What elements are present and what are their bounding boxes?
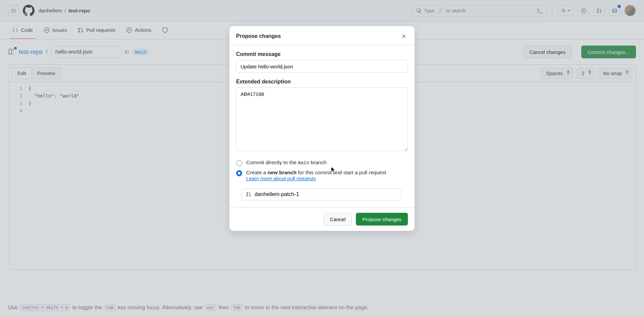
close-icon [401,34,407,39]
branch-name-input-wrap [241,188,402,200]
radio-icon-checked [236,170,242,176]
learn-more-link[interactable]: Learn more about pull requests [246,176,316,181]
modal-body: Commit message Extended description AB#1… [229,45,415,207]
propose-changes-modal: Propose changes Commit message Extended … [229,26,415,231]
modal-cancel-button[interactable]: Cancel [324,213,352,226]
git-pull-request-icon [246,192,251,197]
radio-commit-direct[interactable]: Commit directly to the main branch [236,160,408,166]
extended-description-label: Extended description [236,79,408,85]
modal-header: Propose changes [229,26,415,45]
extended-description-input[interactable]: AB#17168 [236,87,408,151]
radio-icon [236,160,242,166]
modal-title: Propose changes [236,33,281,39]
modal-propose-button[interactable]: Propose changes [356,213,408,226]
close-button[interactable] [400,32,408,40]
modal-footer: Cancel Propose changes [229,207,415,231]
commit-message-label: Commit message [236,51,408,57]
commit-target-radio-group: Commit directly to the main branch Creat… [236,160,408,200]
modal-overlay[interactable]: Propose changes Commit message Extended … [0,0,644,317]
commit-message-input[interactable] [236,60,408,73]
branch-name-input[interactable] [255,191,397,197]
radio-new-branch[interactable]: Create a new branch for this commit and … [236,170,408,182]
